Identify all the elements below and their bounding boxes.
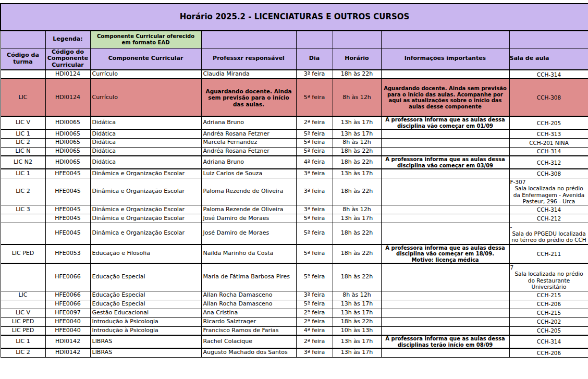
- cell-codigo-componente: HFE0045: [45, 178, 90, 205]
- cell-codigo-turma: LIC 1: [1, 335, 45, 348]
- sala-room-text: CCH-313: [511, 131, 587, 137]
- cell-codigo-turma: LIC PED: [1, 326, 45, 335]
- cell-professor: Augusto Machado dos Santos: [201, 348, 296, 357]
- cell-componente-curricular: LIBRAS: [90, 348, 201, 357]
- legend-empty-cell: [381, 31, 509, 48]
- table-row: LIC 1 HDI0142 LIBRAS Rachel Colacique 2ª…: [1, 335, 588, 348]
- cell-codigo-componente: HFE0040: [45, 326, 90, 335]
- cell-sala: CCH-205: [509, 326, 588, 335]
- cell-horario: 18h às 22h: [333, 317, 381, 326]
- cell-codigo-turma: [1, 70, 45, 79]
- table-row: LIC PED HFE0040 Introdução à Psicologia …: [1, 326, 588, 335]
- cell-componente-curricular: Educação Especial: [90, 291, 201, 300]
- cell-codigo-turma: LIC PED: [1, 317, 45, 326]
- table-row: LIC 3 HFE0045 Dinâmica e Organização Esc…: [1, 205, 588, 214]
- cell-codigo-componente: HDI0065: [45, 156, 90, 169]
- cell-horario: 18h às 22h: [333, 244, 381, 264]
- cell-professor: Allan Rocha Damasceno: [201, 291, 296, 300]
- sala-room-text: CCH-202: [511, 319, 587, 325]
- cell-codigo-componente: HFE0066: [45, 291, 90, 300]
- table-row: LIC 2 HDI0142 LIBRAS Augusto Machado dos…: [1, 348, 588, 357]
- cell-codigo-componente: HFE0045: [45, 205, 90, 214]
- cell-informacoes: [381, 70, 509, 79]
- cell-codigo-turma: [1, 263, 45, 291]
- cell-professor: José Damiro de Moraes: [201, 214, 296, 223]
- cell-horario: 13h às 17h: [333, 348, 381, 357]
- cell-sala: CCH-206: [509, 348, 588, 357]
- cell-componente-curricular: Introdução à Psicologia: [90, 326, 201, 335]
- legend-empty-cell: [509, 31, 588, 48]
- sala-room-text: CCH-212: [511, 215, 587, 222]
- table-row: LIC 1 HFE0045 Dinâmica e Organização Esc…: [1, 169, 588, 178]
- cell-professor: Ricardo Salztrager: [201, 317, 296, 326]
- legend-ead-badge: Componente Curricular oferecido em forma…: [90, 31, 201, 48]
- sala-room-text: CCH-215: [511, 292, 587, 298]
- cell-componente-curricular: Introdução à Psicologia: [90, 317, 201, 326]
- cell-codigo-componente: HFE0045: [45, 223, 90, 244]
- cell-sala: CCH-212: [509, 214, 588, 223]
- table-row: LIC PED HFE0040 Introdução à Psicologia …: [1, 317, 588, 326]
- cell-codigo-turma: LIC 1: [1, 169, 45, 178]
- cell-codigo-turma: [1, 300, 45, 309]
- cell-codigo-componente: HDI0065: [45, 147, 90, 156]
- table-row: LIC 1 HDI0065 Didática Andréa Rosana Fet…: [1, 129, 588, 138]
- cell-informacoes: [381, 326, 509, 335]
- page-title: Horário 2025.2 - LICENCIATURAS E OUTROS …: [1, 4, 588, 31]
- cell-codigo-componente: HFE0066: [45, 300, 90, 309]
- column-header-dia: Dia: [296, 48, 333, 70]
- table-row: HFE0066 Educação Especial Maria de Fátim…: [1, 263, 588, 291]
- cell-professor: Adriana Bruno: [201, 156, 296, 169]
- cell-codigo-turma: LIC PED: [1, 244, 45, 264]
- sala-room-text: Sala localizada no prédio da Enfermagem …: [511, 185, 587, 204]
- sala-room-text: CCH-206: [511, 350, 587, 356]
- cell-informacoes: A professora informa que as aulas dessa …: [381, 244, 509, 264]
- cell-sala: CCH-314: [509, 205, 588, 214]
- cell-componente-curricular: Currículo: [90, 70, 201, 79]
- sala-room-text: CCH-205: [511, 120, 587, 126]
- cell-sala: - Sala do PPGEDU localizada no térreo do…: [509, 223, 588, 244]
- cell-informacoes: [381, 178, 509, 205]
- sala-room-text: CCH-308: [511, 94, 587, 101]
- cell-professor: Paloma Rezende de Oliveira: [201, 178, 296, 205]
- cell-professor: Allan Rocha Damasceno: [201, 300, 296, 309]
- table-row: LIC N HDI0065 Didática Andréa Rosana Fet…: [1, 147, 588, 156]
- cell-professor: Ana Cristina: [201, 309, 296, 317]
- cell-horario: 13h às 17h: [333, 129, 381, 138]
- legend-empty-cell: [1, 31, 45, 48]
- cell-professor: Adriana Bruno: [201, 116, 296, 129]
- cell-componente-curricular: LIBRAS: [90, 335, 201, 348]
- cell-professor: Aguardando docente. Ainda sem previsão p…: [201, 79, 296, 116]
- cell-componente-curricular: Didática: [90, 156, 201, 169]
- cell-codigo-turma: [1, 214, 45, 223]
- column-header-componente-curricular: Componente Curricular: [90, 48, 201, 70]
- cell-componente-curricular: Didática: [90, 129, 201, 138]
- sala-room-text: CCH-215: [511, 310, 587, 316]
- table-row: HFE0066 Educação Especial Allan Rocha Da…: [1, 300, 588, 309]
- cell-sala: CCH-314: [509, 335, 588, 348]
- legend-row: Legenda: Componente Curricular oferecido…: [1, 31, 588, 48]
- cell-horario: 13h às 17h: [333, 309, 381, 317]
- cell-codigo-componente: HFE0097: [45, 309, 90, 317]
- cell-dia: 3ª feira: [296, 178, 333, 205]
- cell-sala: CCH-314: [509, 147, 588, 156]
- sala-room-text: CCH-314: [511, 148, 587, 154]
- cell-codigo-turma: LIC V: [1, 116, 45, 129]
- column-header-codigo-turma: Código da turma: [1, 48, 45, 70]
- cell-dia: 4ª feira: [296, 326, 333, 335]
- cell-professor: Andréa Rosana Fetzner: [201, 147, 296, 156]
- table-row: HFE0045 Dinâmica e Organização Escolar J…: [1, 223, 588, 244]
- table-row: LIC 2 HDI0065 Didática Marcela Fernandez…: [1, 138, 588, 147]
- title-row: Horário 2025.2 - LICENCIATURAS E OUTROS …: [1, 4, 588, 31]
- cell-componente-curricular: Dinâmica e Organização Escolar: [90, 169, 201, 178]
- cell-informacoes: [381, 291, 509, 300]
- cell-informacoes: [381, 348, 509, 357]
- cell-sala: CCH-312: [509, 156, 588, 169]
- cell-informacoes: [381, 138, 509, 147]
- sala-room-code: F-307: [510, 179, 587, 185]
- sala-room-text: CCH-201 NINA: [511, 140, 587, 146]
- cell-codigo-turma: LIC 2: [1, 138, 45, 147]
- cell-horario: 8h às 12h: [333, 291, 381, 300]
- cell-codigo-componente: HFE0053: [45, 244, 90, 264]
- cell-horario: 8h às 12h: [333, 138, 381, 147]
- cell-horario: 13h às 17h: [333, 214, 381, 223]
